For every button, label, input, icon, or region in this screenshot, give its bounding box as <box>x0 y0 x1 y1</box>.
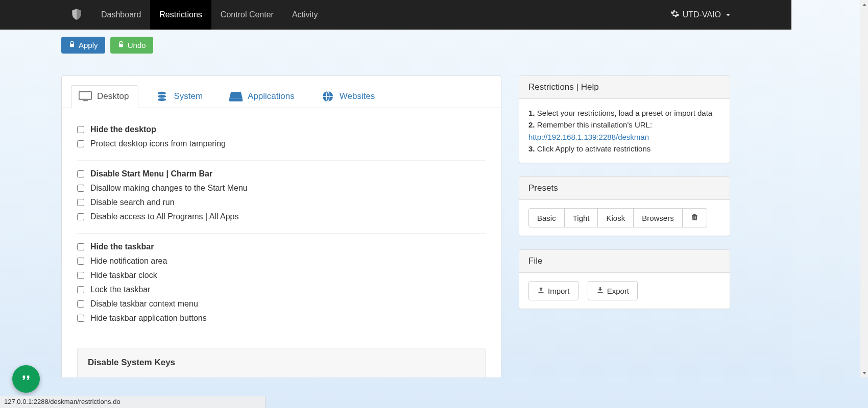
scroll-up-button[interactable] <box>860 0 868 9</box>
help-title: Restrictions | Help <box>519 76 730 99</box>
restriction-group-desktop: Hide the desktop Protect desktop icons f… <box>77 118 486 161</box>
stack-icon <box>155 91 168 102</box>
navbar: Dashboard Restrictions Control Center Ac… <box>0 0 791 30</box>
machine-dropdown[interactable]: UTD-VAIO <box>670 0 791 30</box>
restriction-label[interactable]: Hide taskbar clock <box>90 271 157 280</box>
presets-panel: Presets Basic Tight Kiosk Browsers <box>519 176 730 236</box>
restriction-checkbox[interactable] <box>77 199 84 206</box>
presets-title: Presets <box>519 177 730 200</box>
restriction-label[interactable]: Hide the taskbar <box>90 242 154 251</box>
restriction-item: Hide taskbar clock <box>77 268 486 283</box>
restriction-checkbox[interactable] <box>77 126 84 133</box>
nav-control-center[interactable]: Control Center <box>211 0 283 30</box>
restriction-group-taskbar: Hide the taskbar Hide notification area … <box>77 234 486 335</box>
help-panel: Restrictions | Help 1. Select your restr… <box>519 75 730 163</box>
restriction-item: Hide the taskbar <box>77 240 486 254</box>
preset-clear-button[interactable] <box>682 208 707 227</box>
restriction-checkbox[interactable] <box>77 185 84 192</box>
restriction-item: Protect desktop icons from tampering <box>77 137 486 151</box>
globe-icon <box>321 91 334 102</box>
restriction-label[interactable]: Disable Start Menu | Charm Bar <box>90 169 212 178</box>
tab-desktop[interactable]: Desktop <box>71 85 138 108</box>
restriction-item: Hide notification area <box>77 254 486 268</box>
install-url-link[interactable]: http://192.168.1.139:2288/deskman <box>528 133 649 141</box>
preset-basic[interactable]: Basic <box>528 208 565 227</box>
nav-dashboard[interactable]: Dashboard <box>92 0 150 30</box>
system-keys-title: Disable System Keys <box>88 358 475 368</box>
hangouts-fab[interactable] <box>12 365 40 393</box>
restriction-item: Disable taskbar context menu <box>77 297 486 311</box>
preset-tight[interactable]: Tight <box>564 208 598 227</box>
restriction-checkbox[interactable] <box>77 315 84 322</box>
svg-rect-1 <box>83 100 88 101</box>
svg-rect-5 <box>229 98 243 101</box>
preset-kiosk[interactable]: Kiosk <box>597 208 634 227</box>
restriction-label[interactable]: Protect desktop icons from tampering <box>90 139 226 148</box>
restriction-label[interactable]: Disallow making changes to the Start Men… <box>90 184 248 193</box>
file-title: File <box>519 250 730 273</box>
restriction-checkbox[interactable] <box>77 286 84 293</box>
upload-icon <box>537 286 545 295</box>
restriction-label[interactable]: Disable access to All Programs | All App… <box>90 212 239 221</box>
restriction-group-startmenu: Disable Start Menu | Charm Bar Disallow … <box>77 161 486 234</box>
export-button[interactable]: Export <box>588 281 638 300</box>
restriction-item: Disallow making changes to the Start Men… <box>77 181 486 195</box>
nav-restrictions[interactable]: Restrictions <box>150 0 211 30</box>
nav-activity[interactable]: Activity <box>283 0 327 30</box>
import-button[interactable]: Import <box>528 281 578 300</box>
machine-name: UTD-VAIO <box>683 10 721 19</box>
status-url: 127.0.0.1:2288/deskman/restrictions.do <box>4 398 120 405</box>
trash-icon <box>691 213 698 222</box>
tab-websites[interactable]: Websites <box>314 85 385 108</box>
unlock-icon <box>117 41 125 49</box>
restriction-label[interactable]: Lock the taskbar <box>90 285 150 294</box>
app-viewport[interactable]: Dashboard Restrictions Control Center Ac… <box>0 0 791 377</box>
shield-icon <box>70 8 83 22</box>
restrictions-panel: Desktop System Applications <box>61 75 501 377</box>
restriction-checkbox[interactable] <box>77 170 84 177</box>
restriction-item: Disable search and run <box>77 195 486 210</box>
restriction-label[interactable]: Hide the desktop <box>90 125 156 134</box>
restriction-item: Hide taskbar application buttons <box>77 311 486 325</box>
apply-button[interactable]: Apply <box>61 37 105 54</box>
tab-list: Desktop System Applications <box>62 76 501 108</box>
undo-button[interactable]: Undo <box>110 37 153 54</box>
restriction-checkbox[interactable] <box>77 258 84 265</box>
restriction-label[interactable]: Hide notification area <box>90 257 167 266</box>
window-scrollbar[interactable] <box>860 0 868 377</box>
restriction-item: Disable Start Menu | Charm Bar <box>77 167 486 181</box>
system-keys-panel: Disable System Keys <box>77 348 486 377</box>
scroll-down-button[interactable] <box>860 368 868 377</box>
restriction-item: Disable access to All Programs | All App… <box>77 210 486 224</box>
restriction-label[interactable]: Disable taskbar context menu <box>90 299 198 309</box>
tab-applications[interactable]: Applications <box>222 85 304 108</box>
file-panel: File Import Export <box>519 249 730 309</box>
svg-point-3 <box>158 95 166 98</box>
status-bar: 127.0.0.1:2288/deskman/restrictions.do <box>0 396 266 408</box>
download-icon <box>596 286 604 295</box>
quote-icon <box>20 373 32 386</box>
svg-point-4 <box>158 98 166 101</box>
restriction-checkbox[interactable] <box>77 140 84 147</box>
tab-system[interactable]: System <box>148 85 212 108</box>
brand-logo[interactable] <box>61 0 92 30</box>
chevron-down-icon <box>726 14 730 16</box>
restriction-checkbox[interactable] <box>77 213 84 220</box>
preset-browsers[interactable]: Browsers <box>633 208 683 227</box>
restriction-item: Lock the taskbar <box>77 283 486 297</box>
restriction-checkbox[interactable] <box>77 272 84 279</box>
restriction-checkbox[interactable] <box>77 243 84 250</box>
svg-rect-0 <box>79 92 91 99</box>
restriction-item: Hide the desktop <box>77 122 486 137</box>
monitor-icon <box>79 91 92 102</box>
lock-icon <box>68 41 76 49</box>
restriction-label[interactable]: Hide taskbar application buttons <box>90 314 207 323</box>
svg-point-2 <box>158 92 166 95</box>
gear-icon <box>670 9 680 20</box>
drive-icon <box>229 91 243 102</box>
action-bar: Apply Undo <box>0 30 791 61</box>
restriction-label[interactable]: Disable search and run <box>90 198 175 207</box>
restriction-checkbox[interactable] <box>77 300 84 308</box>
